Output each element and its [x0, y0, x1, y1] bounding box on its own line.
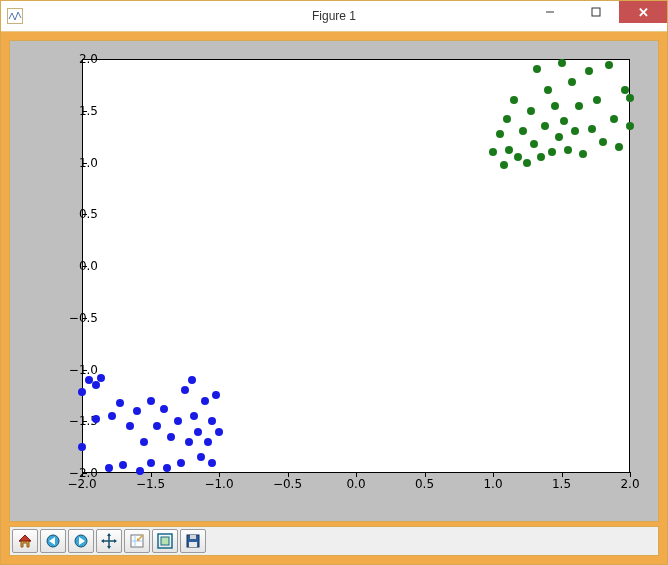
home-button[interactable] — [12, 529, 38, 553]
data-point — [568, 78, 576, 86]
svg-marker-11 — [107, 546, 111, 549]
data-point — [177, 459, 185, 467]
y-tick-label: 2.0 — [58, 52, 98, 66]
data-point — [208, 459, 216, 467]
y-tick-label: −1.0 — [58, 363, 98, 377]
data-point — [564, 146, 572, 154]
y-tick-label: 0.5 — [58, 207, 98, 221]
back-button[interactable] — [40, 529, 66, 553]
data-point — [537, 153, 545, 161]
data-point — [571, 127, 579, 135]
data-point — [147, 397, 155, 405]
data-point — [105, 464, 113, 472]
data-point — [551, 102, 559, 110]
subplots-icon — [157, 533, 173, 549]
data-point — [523, 159, 531, 167]
data-point — [579, 150, 587, 158]
data-point — [610, 115, 618, 123]
data-point — [505, 146, 513, 154]
svg-marker-10 — [107, 533, 111, 536]
x-tick-label: 2.0 — [620, 477, 639, 491]
forward-button[interactable] — [68, 529, 94, 553]
save-button[interactable] — [180, 529, 206, 553]
data-point — [194, 428, 202, 436]
data-point — [201, 397, 209, 405]
client-area: −2.0−1.5−1.0−0.50.00.51.01.52.0−2.0−1.5−… — [1, 32, 667, 564]
data-point — [626, 94, 634, 102]
home-icon — [17, 533, 33, 549]
data-point — [212, 391, 220, 399]
data-point — [92, 381, 100, 389]
data-point — [108, 412, 116, 420]
titlebar[interactable]: Figure 1 ✕ — [1, 1, 667, 32]
matplotlib-toolbar — [9, 526, 659, 556]
x-tick-label: 1.0 — [483, 477, 502, 491]
data-point — [204, 438, 212, 446]
x-tick-label: −1.5 — [136, 477, 165, 491]
data-point — [190, 412, 198, 420]
data-point — [621, 86, 629, 94]
y-tick-label: 1.0 — [58, 156, 98, 170]
data-point — [126, 422, 134, 430]
close-button[interactable]: ✕ — [619, 1, 667, 23]
data-point — [136, 467, 144, 475]
data-point — [514, 153, 522, 161]
data-point — [78, 388, 86, 396]
data-point — [605, 61, 613, 69]
data-point — [92, 415, 100, 423]
data-point — [593, 96, 601, 104]
svg-marker-12 — [101, 539, 104, 543]
y-tick-label: −2.0 — [58, 466, 98, 480]
data-point — [544, 86, 552, 94]
zoom-button[interactable] — [124, 529, 150, 553]
data-point — [197, 453, 205, 461]
data-point — [558, 59, 566, 67]
data-point — [78, 443, 86, 451]
data-point — [160, 405, 168, 413]
save-icon — [185, 533, 201, 549]
data-point — [133, 407, 141, 415]
x-tick-label: −1.0 — [204, 477, 233, 491]
data-point — [530, 140, 538, 148]
data-point — [140, 438, 148, 446]
data-point — [119, 461, 127, 469]
data-point — [519, 127, 527, 135]
data-point — [615, 143, 623, 151]
data-point — [533, 65, 541, 73]
minimize-button[interactable] — [527, 1, 573, 23]
data-point — [560, 117, 568, 125]
forward-icon — [73, 533, 89, 549]
subplots-button[interactable] — [152, 529, 178, 553]
back-icon — [45, 533, 61, 549]
figure-canvas[interactable]: −2.0−1.5−1.0−0.50.00.51.01.52.0−2.0−1.5−… — [9, 40, 659, 522]
x-tick-label: 1.5 — [552, 477, 571, 491]
data-point — [527, 107, 535, 115]
data-point — [174, 417, 182, 425]
close-icon: ✕ — [638, 5, 649, 20]
data-point — [215, 428, 223, 436]
data-point — [181, 386, 189, 394]
data-point — [153, 422, 161, 430]
svg-rect-19 — [161, 537, 169, 545]
app-icon — [7, 8, 23, 24]
window-controls: ✕ — [527, 1, 667, 31]
data-point — [116, 399, 124, 407]
pan-button[interactable] — [96, 529, 122, 553]
data-point — [489, 148, 497, 156]
data-point — [541, 122, 549, 130]
svg-marker-13 — [114, 539, 117, 543]
data-point — [585, 67, 593, 75]
data-point — [626, 122, 634, 130]
data-point — [555, 133, 563, 141]
y-tick-label: 0.0 — [58, 259, 98, 273]
data-point — [510, 96, 518, 104]
data-point — [167, 433, 175, 441]
svg-rect-21 — [190, 535, 196, 539]
data-point — [575, 102, 583, 110]
y-tick-label: 1.5 — [58, 104, 98, 118]
maximize-button[interactable] — [573, 1, 619, 23]
svg-rect-22 — [189, 542, 197, 547]
data-point — [163, 464, 171, 472]
data-point — [500, 161, 508, 169]
data-point — [503, 115, 511, 123]
